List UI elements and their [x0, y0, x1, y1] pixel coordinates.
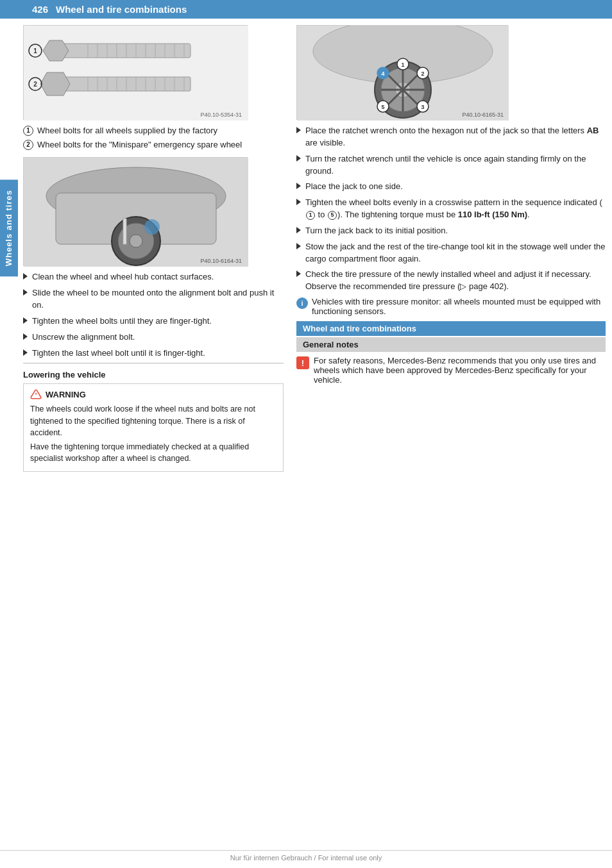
list-item: Tighten the wheel bolts until they are f…	[23, 315, 284, 328]
svg-text:1: 1	[33, 47, 37, 54]
divider	[23, 363, 284, 363]
header-bar: 426 Wheel and tire combinations	[0, 0, 612, 19]
lowering-heading: Lowering the vehicle	[23, 370, 284, 380]
left-column: 1 2 P40.10-	[23, 25, 293, 476]
svg-marker-28	[40, 72, 70, 96]
bullet-icon	[296, 199, 301, 205]
bolt-numbered-list: 1 Wheel bolts for all wheels supplied by…	[23, 125, 284, 151]
bullet-icon	[296, 271, 301, 277]
list-item: Unscrew the alignment bolt.	[23, 331, 284, 344]
bolt-image: 1 2 P40.10-	[23, 25, 248, 120]
list-item: Clean the wheel and wheel hub contact su…	[23, 271, 284, 283]
inline-circle-5: 5	[328, 211, 337, 220]
list-item: Tighten the last wheel bolt until it is …	[23, 347, 284, 360]
header-title: Wheel and tire combinations	[56, 4, 187, 15]
right-column: 1 2 3 4 5 P40.10-6165-31 Place t	[293, 25, 606, 476]
bullet-icon	[296, 155, 301, 162]
list-item: Place the ratchet wrench onto the hexago…	[296, 125, 606, 149]
bullet-icon	[296, 227, 301, 233]
important-icon: !	[296, 356, 309, 369]
list-item: Slide the wheel to be mounted onto the a…	[23, 287, 284, 312]
list-item: Stow the jack and the rest of the tire-c…	[296, 241, 606, 265]
info-note-row: i Vehicles with tire pressure monitor: a…	[296, 297, 606, 316]
list-item: Place the jack to one side.	[296, 181, 606, 193]
bullet-icon	[23, 289, 28, 296]
right-bullet-list: Place the ratchet wrench onto the hexago…	[296, 125, 606, 293]
general-notes-header: General notes	[296, 337, 606, 352]
important-note-text: For safety reasons, Mercedes-Benz recomm…	[314, 356, 606, 385]
main-content: 1 2 P40.10-	[0, 19, 612, 482]
circle-number-1: 1	[23, 126, 33, 136]
circle-number-2: 2	[23, 140, 33, 150]
svg-text:P40.10-6164-31: P40.10-6164-31	[200, 258, 242, 264]
page-number: 426	[32, 4, 48, 15]
svg-text:3: 3	[421, 104, 424, 110]
svg-text:2: 2	[421, 71, 424, 77]
wheel-tire-section-header: Wheel and tire combinations	[296, 321, 606, 336]
bullet-icon	[296, 243, 301, 249]
list-item: Check the tire pressure of the newly ins…	[296, 269, 606, 293]
info-note-text: Vehicles with tire pressure monitor: all…	[312, 297, 606, 316]
warning-box: WARNING The wheels could work loose if t…	[23, 383, 284, 472]
info-icon: i	[296, 297, 308, 309]
svg-text:5: 5	[381, 104, 384, 110]
svg-text:P40.10-6165-31: P40.10-6165-31	[462, 112, 504, 118]
list-item: Turn the ratchet wrench until the vehicl…	[296, 153, 606, 178]
inline-circle-1: 1	[306, 211, 315, 220]
bullet-icon	[23, 273, 28, 280]
svg-text:4: 4	[381, 71, 384, 77]
svg-text:P40.10-5354-31: P40.10-5354-31	[200, 112, 242, 118]
list-item: 1 Wheel bolts for all wheels supplied by…	[23, 125, 284, 137]
wheel-bullet-list: Clean the wheel and wheel hub contact su…	[23, 271, 284, 359]
footer-text: Nur für internen Gebrauch / For internal…	[230, 854, 382, 862]
wheel-image: P40.10-6164-31	[23, 157, 248, 266]
svg-rect-39	[123, 219, 126, 244]
bullet-icon	[296, 183, 301, 189]
list-item: Turn the jack back to its initial positi…	[296, 225, 606, 237]
important-note-row: ! For safety reasons, Mercedes-Benz reco…	[296, 356, 606, 385]
svg-text:1: 1	[401, 62, 404, 68]
list-item: Tighten the wheel bolts evenly in a cros…	[296, 197, 606, 221]
list-item: 2 Wheel bolts for the "Minispare" emerge…	[23, 139, 284, 151]
warning-icon	[30, 388, 42, 400]
numbered-wheel-image: 1 2 3 4 5 P40.10-6165-31	[296, 25, 508, 120]
svg-text:2: 2	[33, 81, 37, 88]
bullet-icon	[23, 317, 28, 324]
warning-paragraph-2: Have the tightening torque immediately c…	[30, 441, 276, 464]
warning-title: WARNING	[30, 388, 276, 400]
bullet-icon	[23, 333, 28, 340]
svg-point-38	[144, 219, 160, 235]
svg-point-37	[130, 235, 142, 247]
side-tab: Wheels and tires	[0, 179, 18, 276]
bullet-icon	[23, 349, 28, 356]
bullet-icon	[296, 127, 301, 133]
warning-paragraph-1: The wheels could work loose if the wheel…	[30, 403, 276, 438]
footer: Nur für internen Gebrauch / For internal…	[0, 850, 612, 862]
